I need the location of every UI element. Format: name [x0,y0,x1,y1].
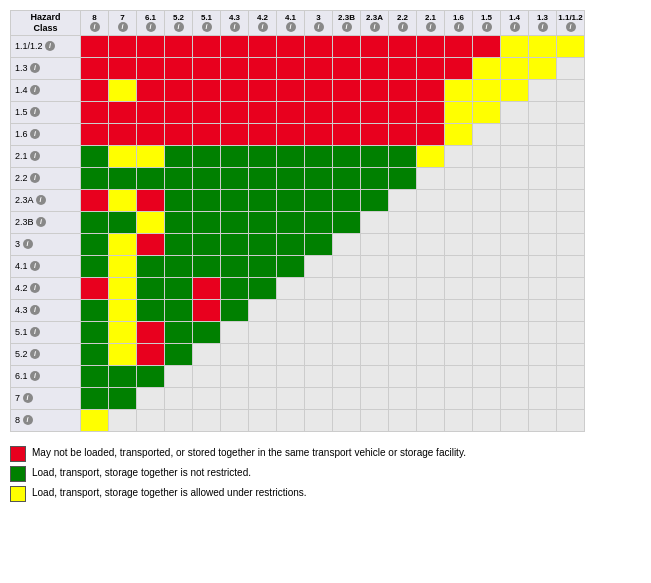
legend-text-red: May not be loaded, transported, or store… [32,446,466,459]
cell-empty-14-7 [277,343,305,365]
info-icon-row-12[interactable]: i [30,305,40,315]
cell-1.4-col2 [137,79,165,101]
cell-1.1/1.2-col9 [333,35,361,57]
info-icon-row-6[interactable]: i [30,173,40,183]
cell-1.5-col6 [249,101,277,123]
cell-empty-9-17 [557,233,585,255]
cell-empty-13-7 [277,321,305,343]
cell-2.2-col11 [389,167,417,189]
info-icon-col-11[interactable]: i [398,22,408,32]
cell-empty-7-15 [501,189,529,211]
info-icon-row-15[interactable]: i [30,371,40,381]
cell-3-col4 [193,233,221,255]
cell-1.5-col12 [417,101,445,123]
cell-empty-4-14 [473,123,501,145]
cell-empty-17-4 [193,409,221,431]
cell-4.1-col1 [109,255,137,277]
cell-empty-7-12 [417,189,445,211]
cell-2.1-col2 [137,145,165,167]
cell-1.6-col1 [109,123,137,145]
info-icon-col-8[interactable]: i [314,22,324,32]
info-icon-col-1[interactable]: i [118,22,128,32]
cell-empty-5-13 [445,145,473,167]
table-row: 2.2 i [11,167,585,189]
info-icon-row-17[interactable]: i [23,415,33,425]
info-icon-col-12[interactable]: i [426,22,436,32]
info-icon-col-15[interactable]: i [510,22,520,32]
info-icon-col-5[interactable]: i [230,22,240,32]
info-icon-col-6[interactable]: i [258,22,268,32]
info-icon-row-0[interactable]: i [45,41,55,51]
info-icon-row-11[interactable]: i [30,283,40,293]
cell-1.5-col4 [193,101,221,123]
info-icon-col-17[interactable]: i [566,22,576,32]
cell-1.1/1.2-col6 [249,35,277,57]
info-icon-row-9[interactable]: i [23,239,33,249]
cell-1.5-col11 [389,101,417,123]
cell-2.2-col5 [221,167,249,189]
cell-1.6-col4 [193,123,221,145]
cell-empty-15-15 [501,365,529,387]
info-icon-col-3[interactable]: i [174,22,184,32]
info-icon-col-0[interactable]: i [90,22,100,32]
table-body: 1.1/1.2 i1.3 i1.4 i1.5 i1.6 i2.1 i2.2 i2… [11,35,585,431]
info-icon-row-8[interactable]: i [36,217,46,227]
cell-1.3-col3 [165,57,193,79]
col-header-1.6: 1.6i [445,11,473,36]
cell-2.3A-col1 [109,189,137,211]
col-header-4.1: 4.1i [277,11,305,36]
info-icon-col-16[interactable]: i [538,22,548,32]
cell-4.3-col0 [81,299,109,321]
info-icon-col-10[interactable]: i [370,22,380,32]
row-label-4.3: 4.3 i [11,299,81,321]
cell-empty-2-16 [529,79,557,101]
info-icon-col-9[interactable]: i [342,22,352,32]
cell-1.1/1.2-col4 [193,35,221,57]
cell-empty-17-1 [109,409,137,431]
cell-empty-5-15 [501,145,529,167]
cell-empty-3-17 [557,101,585,123]
info-icon-row-7[interactable]: i [36,195,46,205]
info-icon-col-14[interactable]: i [482,22,492,32]
info-icon-row-10[interactable]: i [30,261,40,271]
cell-7-col0 [81,387,109,409]
info-icon-row-3[interactable]: i [30,107,40,117]
cell-empty-14-10 [361,343,389,365]
cell-empty-15-8 [305,365,333,387]
cell-2.2-col1 [109,167,137,189]
row-label-2.3B: 2.3B i [11,211,81,233]
info-icon-row-13[interactable]: i [30,327,40,337]
cell-empty-17-2 [137,409,165,431]
cell-empty-16-2 [137,387,165,409]
cell-2.2-col6 [249,167,277,189]
info-icon-row-4[interactable]: i [30,129,40,139]
cell-1.3-col4 [193,57,221,79]
cell-1.3-col16 [529,57,557,79]
info-icon-row-1[interactable]: i [30,63,40,73]
table-row: 2.1 i [11,145,585,167]
info-icon-col-7[interactable]: i [286,22,296,32]
row-label-5.2: 5.2 i [11,343,81,365]
cell-1.1/1.2-col8 [305,35,333,57]
cell-1.1/1.2-col5 [221,35,249,57]
info-icon-row-2[interactable]: i [30,85,40,95]
table-row: 5.1 i [11,321,585,343]
info-icon-col-4[interactable]: i [202,22,212,32]
legend-text-yellow: Load, transport, storage together is all… [32,486,307,499]
info-icon-row-5[interactable]: i [30,151,40,161]
cell-empty-13-16 [529,321,557,343]
info-icon-row-16[interactable]: i [23,393,33,403]
cell-empty-9-11 [389,233,417,255]
cell-empty-10-8 [305,255,333,277]
cell-4.2-col0 [81,277,109,299]
cell-empty-11-17 [557,277,585,299]
cell-empty-12-8 [305,299,333,321]
cell-2.3A-col7 [277,189,305,211]
info-icon-col-2[interactable]: i [146,22,156,32]
cell-2.3B-col4 [193,211,221,233]
cell-empty-7-11 [389,189,417,211]
cell-6.1-col2 [137,365,165,387]
info-icon-row-14[interactable]: i [30,349,40,359]
cell-3-col0 [81,233,109,255]
info-icon-col-13[interactable]: i [454,22,464,32]
